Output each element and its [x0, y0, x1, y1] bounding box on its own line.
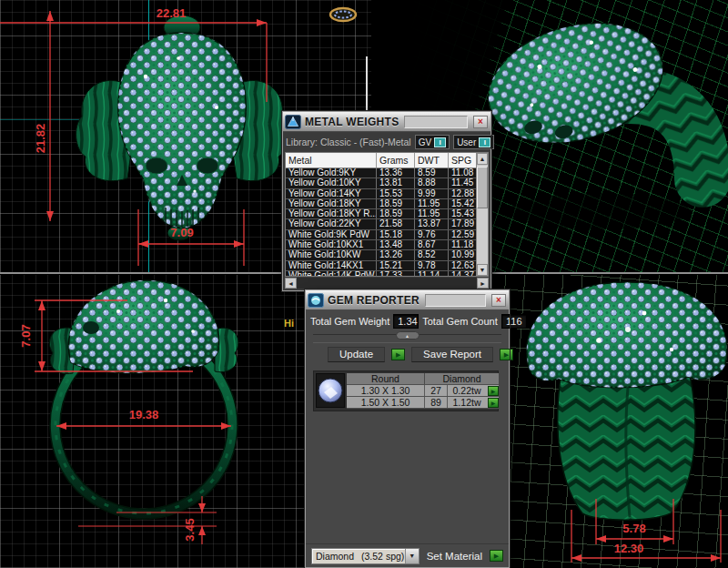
metal-weights-icon — [285, 115, 301, 129]
gem-row-go-icon[interactable]: ▶ — [488, 398, 499, 408]
gem-cell-weight: 0.22tw — [448, 385, 486, 396]
cell-dwt: 9.76 — [415, 230, 449, 239]
close-icon[interactable]: × — [473, 116, 488, 128]
column-header-dwt[interactable]: DWT — [415, 153, 449, 167]
user-toggle-icon[interactable]: I — [479, 137, 490, 147]
collapse-handle-icon[interactable]: ▲ — [396, 331, 420, 340]
table-row[interactable]: Yellow Gold:18KY18.5911.9515.42 — [286, 199, 488, 209]
gem-summary-table: Round Diamond 1.30 X 1.30270.22tw▶1.50 X… — [313, 370, 499, 411]
cell-grams: 13.81 — [377, 178, 415, 188]
gem-table: Round Diamond 1.30 X 1.30270.22tw▶1.50 X… — [347, 373, 499, 409]
library-label: Library: Classic - (Fast)-Metal — [286, 137, 411, 147]
cell-grams: 15.21 — [377, 261, 415, 270]
cell-dwt: 9.78 — [415, 261, 449, 270]
table-row[interactable]: Yellow Gold:10KY13.818.8811.45 — [286, 178, 488, 188]
cell-metal: White Gold:10KX1 — [286, 240, 377, 249]
user-toggle-button[interactable]: User I — [453, 135, 494, 149]
update-button[interactable]: Update — [328, 347, 385, 362]
metal-table-header: Metal Grams DWT SPG — [286, 153, 488, 168]
vertical-scrollbar[interactable]: ▲ ▼ — [476, 153, 488, 276]
cell-grams: 13.36 — [377, 168, 415, 178]
table-row[interactable]: White Gold:10KX113.488.6711.18 — [286, 240, 488, 250]
save-report-button[interactable]: Save Report — [411, 347, 493, 362]
gem-reporter-material-bar: Diamond (3.52 spg) ▼ Set Material ▶ — [306, 543, 509, 567]
total-gem-count-value: 116 — [501, 314, 527, 329]
table-row[interactable]: Yellow Gold:22KY21.5813.8717.89 — [286, 219, 488, 229]
panel-splitter: ▲ — [313, 334, 501, 343]
cell-grams: 17.33 — [377, 271, 415, 277]
horizontal-scrollbar[interactable]: ◄ ► — [285, 278, 489, 289]
chevron-down-icon[interactable]: ▼ — [405, 549, 419, 563]
gem-cell-size: 1.30 X 1.30 — [347, 385, 425, 396]
table-row[interactable]: White Gold:14KX115.219.7812.63 — [286, 261, 488, 271]
gv-toggle-icon[interactable]: I — [434, 137, 446, 147]
cell-metal: Yellow Gold:10KY — [286, 178, 377, 188]
update-go-icon[interactable]: ▶ — [391, 349, 405, 360]
set-material-button[interactable]: Set Material — [427, 551, 482, 562]
metal-weights-table: Metal Grams DWT SPG Yellow Gold:9KY13.36… — [285, 152, 489, 277]
close-icon[interactable]: × — [491, 294, 506, 307]
column-header-grams[interactable]: Grams — [377, 153, 415, 167]
total-gem-weight-label: Total Gem Weight — [310, 316, 389, 327]
gem-row[interactable]: 1.30 X 1.30270.22tw▶ — [347, 385, 499, 397]
gem-totals-bar: Total Gem Weight 1.34 Total Gem Count 11… — [306, 310, 509, 332]
set-material-go-icon[interactable]: ▶ — [490, 550, 503, 562]
cell-metal: Yellow Gold:18KY R... — [286, 209, 377, 218]
cell-metal: Yellow Gold:18KY — [286, 199, 377, 208]
gv-toggle-button[interactable]: GV I — [415, 135, 450, 149]
total-gem-count-label: Total Gem Count — [422, 316, 498, 327]
gem-reporter-titlebar[interactable]: GEM REPORTER × — [306, 290, 509, 310]
scrollbar-thumb[interactable] — [477, 167, 488, 208]
gem-cell-size: 1.50 X 1.50 — [347, 397, 425, 408]
cell-grams: 18.59 — [377, 209, 415, 218]
cell-dwt: 9.99 — [415, 189, 449, 198]
cell-dwt: 11.95 — [415, 209, 449, 218]
table-row[interactable]: Yellow Gold:18KY R...18.5911.9515.43 — [286, 209, 488, 219]
cell-metal: White Gold:10KW — [286, 250, 377, 259]
cell-grams: 15.53 — [377, 189, 415, 198]
window-title: GEM REPORTER — [328, 294, 420, 307]
material-dropdown[interactable]: Diamond (3.52 spg) ▼ — [311, 548, 420, 564]
cell-dwt: 11.14 — [415, 271, 449, 277]
cell-metal: White Gold:9K PdW — [286, 230, 377, 239]
cell-metal: White Gold:14K PdW — [286, 271, 377, 277]
hscroll-track[interactable] — [297, 278, 477, 289]
scroll-left-icon[interactable]: ◄ — [285, 278, 297, 289]
table-row[interactable]: White Gold:14K PdW17.3311.1414.37 — [286, 271, 488, 277]
cell-dwt: 8.67 — [415, 240, 449, 249]
gem-reporter-icon — [308, 293, 324, 308]
cad-workspace: 22.81 21.82 7.09 — [0, 0, 728, 568]
material-dropdown-spg: (3.52 spg) — [354, 551, 405, 562]
titlebar-inset — [425, 294, 486, 307]
cell-metal: White Gold:14KX1 — [286, 261, 377, 270]
world-axis-line — [366, 56, 368, 111]
gem-shape-header: Round — [347, 373, 425, 384]
save-report-go-icon[interactable]: ▶ — [500, 349, 513, 360]
mini-ring-object — [330, 8, 356, 21]
gem-row-go-icon[interactable]: ▶ — [488, 386, 499, 396]
table-row[interactable]: White Gold:10KW13.268.5210.99 — [286, 250, 488, 260]
cell-grams: 21.58 — [377, 219, 415, 228]
cell-metal: Yellow Gold:22KY — [286, 219, 377, 228]
cell-dwt: 13.87 — [415, 219, 449, 228]
metal-weights-library-bar: Library: Classic - (Fast)-Metal GV I Use… — [283, 132, 490, 152]
table-row[interactable]: Yellow Gold:9KY13.368.5911.08 — [286, 168, 488, 178]
gem-row[interactable]: 1.50 X 1.50891.12tw▶ — [347, 397, 499, 409]
cell-metal: Yellow Gold:9KY — [286, 168, 377, 178]
cell-grams: 18.59 — [377, 199, 415, 208]
metal-weights-titlebar[interactable]: METAL WEIGHTS × — [283, 112, 490, 132]
total-gem-weight-value: 1.34 — [393, 314, 419, 329]
cell-dwt: 11.95 — [415, 199, 449, 208]
scroll-up-icon[interactable]: ▲ — [477, 153, 488, 165]
cell-dwt: 8.59 — [415, 168, 449, 178]
column-header-metal[interactable]: Metal — [286, 153, 377, 167]
cell-dwt: 8.52 — [415, 250, 449, 259]
round-gem-icon — [317, 377, 344, 404]
table-row[interactable]: White Gold:9K PdW15.189.7612.59 — [286, 230, 488, 240]
cell-grams: 15.18 — [377, 230, 415, 239]
gem-reporter-window: GEM REPORTER × Total Gem Weight 1.34 Tot… — [305, 289, 510, 568]
scroll-down-icon[interactable]: ▼ — [477, 264, 488, 276]
window-title: METAL WEIGHTS — [305, 116, 399, 128]
table-row[interactable]: Yellow Gold:14KY15.539.9912.88 — [286, 189, 488, 199]
scroll-right-icon[interactable]: ► — [477, 278, 489, 289]
